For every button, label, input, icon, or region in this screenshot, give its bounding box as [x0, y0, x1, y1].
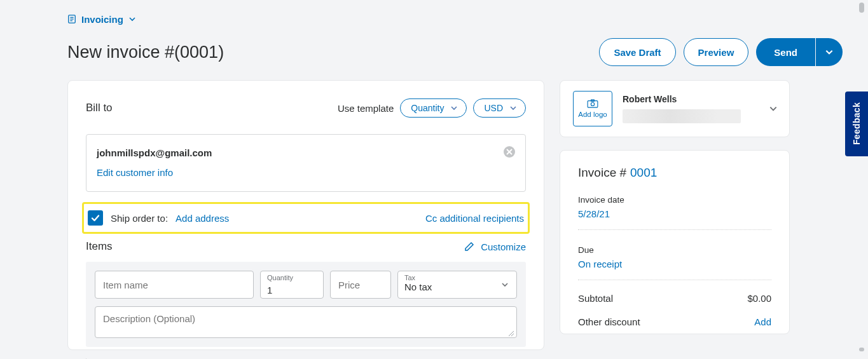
quantity-mini-label: Quantity: [267, 274, 317, 281]
invoice-form-card: Bill to Use template Quantity USD: [67, 80, 544, 350]
add-address-link[interactable]: Add address: [176, 213, 229, 224]
subtotal-label: Subtotal: [578, 293, 613, 304]
ship-order-checkbox[interactable]: [88, 210, 103, 226]
svg-point-9: [591, 102, 594, 105]
svg-line-6: [509, 331, 514, 336]
items-section-label: Items: [86, 240, 113, 253]
chevron-down-icon: [450, 104, 458, 112]
close-icon: [506, 149, 513, 155]
currency-dropdown[interactable]: USD: [473, 98, 526, 118]
invoice-doc-icon: [67, 15, 76, 24]
invoice-date-value[interactable]: 5/28/21: [578, 208, 771, 219]
pencil-icon: [464, 241, 474, 252]
bill-to-label: Bill to: [86, 102, 113, 114]
seller-expand-toggle[interactable]: [769, 104, 778, 113]
chevron-down-icon: [825, 48, 834, 57]
svg-rect-8: [588, 101, 598, 108]
item-quantity-input[interactable]: Quantity: [260, 271, 324, 299]
due-value[interactable]: On receipt: [578, 259, 771, 269]
add-discount-link[interactable]: Add: [754, 316, 771, 327]
preview-button[interactable]: Preview: [684, 38, 749, 66]
invoice-hash-label: Invoice #: [578, 166, 626, 180]
invoice-summary-card: Invoice # 0001 Invoice date 5/28/21 Due …: [560, 150, 790, 334]
chevron-down-icon: [509, 104, 517, 112]
currency-pill-label: USD: [484, 103, 503, 113]
customer-chip: johnmillspdx@gmail.com Edit customer inf…: [86, 134, 526, 192]
item-description-input[interactable]: [95, 306, 517, 338]
svg-line-7: [511, 334, 514, 336]
breadcrumb-label: Invoicing: [81, 14, 123, 25]
resize-handle-icon: [507, 330, 514, 336]
due-label: Due: [578, 245, 771, 255]
breadcrumb[interactable]: Invoicing: [67, 0, 843, 38]
save-draft-button[interactable]: Save Draft: [599, 38, 675, 66]
items-grid: Quantity Tax No tax: [86, 262, 526, 347]
discount-row: Other discount Add: [578, 316, 771, 327]
page-header: New invoice #(0001) Save Draft Preview S…: [67, 38, 843, 66]
invoice-number-link[interactable]: 0001: [630, 166, 657, 180]
seller-name: Robert Wells: [623, 94, 741, 104]
tax-mini-label: Tax: [404, 274, 510, 281]
item-price-input[interactable]: [330, 271, 391, 299]
ship-order-label: Ship order to:: [111, 213, 168, 224]
edit-customer-link[interactable]: Edit customer info: [97, 167, 173, 178]
remove-customer-button[interactable]: [504, 146, 515, 158]
subtotal-row: Subtotal $0.00: [578, 293, 771, 304]
add-logo-label: Add logo: [578, 111, 607, 118]
add-logo-button[interactable]: Add logo: [573, 91, 612, 126]
send-button[interactable]: Send: [756, 38, 815, 66]
page-title: New invoice #(0001): [67, 43, 224, 62]
item-name-input[interactable]: [95, 271, 254, 299]
cc-recipients-link[interactable]: Cc additional recipients: [425, 213, 524, 224]
tax-value: No tax: [404, 281, 510, 292]
scrollbar-top[interactable]: [858, 0, 865, 15]
quantity-pill-label: Quantity: [411, 103, 444, 113]
ship-order-row: Ship order to: Add address Cc additional…: [82, 202, 530, 234]
chevron-down-icon: [501, 281, 509, 288]
item-tax-select[interactable]: Tax No tax: [397, 271, 517, 299]
use-template-label: Use template: [338, 103, 394, 114]
invoice-number-row: Invoice # 0001: [578, 166, 771, 180]
customize-items-link[interactable]: Customize: [464, 241, 526, 252]
customer-email: johnmillspdx@gmail.com: [97, 147, 515, 158]
check-icon: [90, 213, 100, 223]
chevron-down-icon: [128, 15, 136, 23]
logo-placeholder-icon: [587, 99, 598, 108]
feedback-tab[interactable]: Feedback: [845, 91, 868, 156]
seller-info-card: Add logo Robert Wells: [560, 80, 790, 137]
seller-detail-redacted: [623, 109, 741, 123]
invoice-date-label: Invoice date: [578, 195, 771, 205]
header-actions: Save Draft Preview Send: [599, 38, 843, 66]
discount-label: Other discount: [578, 316, 640, 327]
quantity-template-dropdown[interactable]: Quantity: [400, 98, 467, 118]
scrollbar-bottom[interactable]: [858, 340, 865, 359]
subtotal-value: $0.00: [747, 293, 771, 304]
customize-label: Customize: [481, 241, 526, 252]
send-dropdown-button[interactable]: [816, 38, 843, 66]
